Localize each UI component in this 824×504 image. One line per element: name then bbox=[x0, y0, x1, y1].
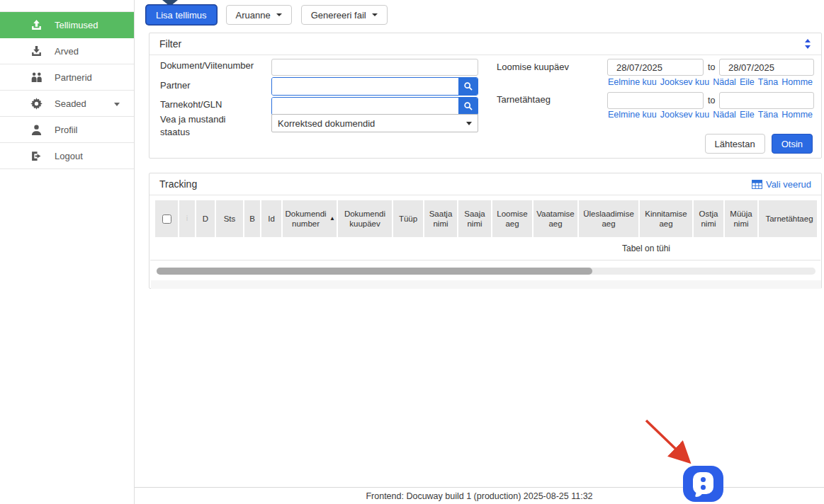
table-empty-text: Tabel on tühi bbox=[604, 244, 689, 253]
column-header-select-all[interactable] bbox=[155, 200, 178, 237]
quick-link-eile[interactable]: Eile bbox=[740, 77, 755, 87]
chat-widget-button[interactable] bbox=[683, 466, 723, 502]
created-date-to-word: to bbox=[708, 62, 715, 72]
chevron-down-icon bbox=[372, 13, 378, 16]
quick-link-eelmine-kuu[interactable]: Eelmine kuu bbox=[608, 110, 657, 120]
quick-link-jooksev-kuu[interactable]: Jooksev kuu bbox=[660, 110, 709, 120]
lisa-tellimus-button[interactable]: Lisa tellimus bbox=[146, 5, 217, 25]
column-header-ostja-nimi[interactable]: Ostja nimi bbox=[694, 200, 723, 237]
search-icon bbox=[463, 101, 473, 111]
document-number-label: Dokument/Viitenumber bbox=[160, 60, 254, 71]
partner-input[interactable] bbox=[272, 78, 458, 95]
column-header-id[interactable]: Id bbox=[261, 200, 281, 237]
column-header-loomise-aeg[interactable]: Loomise aeg bbox=[492, 200, 532, 237]
quick-link-täna[interactable]: Täna bbox=[758, 77, 779, 87]
column-header-info[interactable]: i bbox=[179, 200, 195, 237]
table-grid-icon bbox=[752, 180, 762, 189]
sidebar-item-logout[interactable]: Logout bbox=[0, 143, 134, 169]
tracking-panel: Tracking Vali veerud iDStsBIdDokumendi n… bbox=[149, 173, 822, 289]
column-header-b[interactable]: B bbox=[244, 200, 260, 237]
partner-search-button[interactable] bbox=[458, 78, 478, 95]
filter-header: Filter bbox=[149, 33, 821, 55]
column-header-dokumendi-kuupäev[interactable]: Dokumendi kuupäev bbox=[338, 200, 392, 237]
status-select-value: Korrektsed dokumendid bbox=[278, 118, 375, 129]
reset-button[interactable]: Lähtestan bbox=[705, 134, 765, 154]
select-all-checkbox[interactable] bbox=[162, 214, 171, 224]
user-icon bbox=[30, 124, 43, 136]
delivery-gln-input-group bbox=[271, 97, 478, 115]
column-header-tarnetähtaeg[interactable]: Tarnetähtaeg bbox=[759, 200, 817, 237]
chevron-down-icon bbox=[276, 13, 282, 16]
filter-panel: Filter Dokument/Viitenumber Partner Tarn… bbox=[149, 33, 822, 159]
sidebar-item-arved[interactable]: Arved bbox=[0, 38, 134, 64]
created-date-label: Loomise kuupäev bbox=[497, 62, 569, 72]
quick-link-eile[interactable]: Eile bbox=[740, 110, 755, 120]
logout-icon bbox=[30, 150, 43, 162]
quick-link-jooksev-kuu[interactable]: Jooksev kuu bbox=[660, 77, 709, 87]
quick-link-täna[interactable]: Täna bbox=[758, 110, 779, 120]
delivery-gln-search-button[interactable] bbox=[458, 98, 478, 115]
column-header-müüja-nimi[interactable]: Müüja nimi bbox=[725, 200, 757, 237]
sidebar-item-label: Seaded bbox=[55, 98, 86, 109]
sidebar-item-tellimused[interactable]: Tellimused bbox=[0, 12, 134, 38]
document-number-input[interactable] bbox=[271, 59, 478, 76]
due-date-quick-links: Eelmine kuuJooksev kuuNädalEileTänaHomme bbox=[604, 110, 813, 120]
status-select[interactable]: Korrektsed dokumendid bbox=[271, 114, 478, 132]
choose-columns-link[interactable]: Vali veerud bbox=[752, 179, 811, 190]
sidebar-menu: TellimusedArvedPartneridSeadedProfiilLog… bbox=[0, 11, 134, 169]
partner-input-group bbox=[271, 77, 478, 96]
sidebar-item-label: Arved bbox=[55, 46, 79, 57]
quick-link-nädal[interactable]: Nädal bbox=[713, 77, 736, 87]
created-date-from-input[interactable] bbox=[607, 59, 704, 76]
sidebar-item-label: Profiil bbox=[55, 125, 78, 135]
search-icon bbox=[463, 81, 473, 91]
column-header-d[interactable]: D bbox=[196, 200, 215, 237]
column-header-üleslaadimise-aeg[interactable]: Üleslaadimise aeg bbox=[579, 200, 638, 237]
sidebar-item-seaded[interactable]: Seaded bbox=[0, 91, 134, 117]
aruanne-button[interactable]: Aruanne bbox=[226, 5, 292, 25]
column-header-dokumendi-number[interactable]: Dokumendi number▲ bbox=[283, 200, 337, 237]
tracking-header: Tracking Vali veerud bbox=[149, 173, 821, 195]
quick-link-homme[interactable]: Homme bbox=[781, 110, 813, 120]
due-date-to-word: to bbox=[708, 96, 715, 105]
column-header-vaatamise-aeg[interactable]: Vaatamise aeg bbox=[534, 200, 577, 237]
column-header-saatja-nimi[interactable]: Saatja nimi bbox=[424, 200, 457, 237]
toolbar: Lisa tellimusAruanneGenereeri fail bbox=[146, 5, 388, 25]
partner-label: Partner bbox=[160, 80, 191, 91]
genereeri-fail-button[interactable]: Genereeri fail bbox=[301, 5, 388, 25]
delivery-gln-input[interactable] bbox=[272, 98, 458, 115]
filter-actions: Lähtestan Otsin bbox=[705, 134, 813, 154]
scrollbar-thumb[interactable] bbox=[157, 268, 592, 275]
created-date-to-input[interactable] bbox=[719, 59, 814, 76]
column-header-sts[interactable]: Sts bbox=[216, 200, 243, 237]
search-button[interactable]: Otsin bbox=[772, 134, 813, 154]
sidebar-item-profiil[interactable]: Profiil bbox=[0, 117, 134, 143]
table-empty-row: Tabel on tühi bbox=[150, 237, 820, 260]
sidebar-item-label: Partnerid bbox=[55, 72, 92, 83]
column-header-kinnitamise-aeg[interactable]: Kinnitamise aeg bbox=[640, 200, 692, 237]
quick-link-nädal[interactable]: Nädal bbox=[713, 110, 736, 120]
chevron-down-icon bbox=[114, 103, 120, 106]
tracking-title: Tracking bbox=[159, 178, 197, 190]
collapse-filter-icon[interactable] bbox=[804, 39, 811, 49]
sidebar: TellimusedArvedPartneridSeadedProfiilLog… bbox=[0, 0, 135, 504]
due-date-from-input[interactable] bbox=[607, 92, 704, 109]
status-label: Vea ja mustandi staatus bbox=[160, 113, 249, 138]
delivery-gln-label: Tarnekoht/GLN bbox=[160, 99, 222, 110]
due-date-label: Tarnetähtaeg bbox=[497, 94, 551, 105]
due-date-to-input[interactable] bbox=[719, 92, 814, 109]
table-header-row: iDStsBIdDokumendi number▲Dokumendi kuupä… bbox=[155, 200, 817, 237]
column-header-saaja-nimi[interactable]: Saaja nimi bbox=[458, 200, 491, 237]
quick-link-homme[interactable]: Homme bbox=[781, 77, 813, 87]
table-footer-band bbox=[151, 280, 821, 289]
table-header-clip: iDStsBIdDokumendi number▲Dokumendi kuupä… bbox=[155, 200, 817, 237]
red-annotation-arrow bbox=[636, 413, 701, 473]
sort-asc-icon: ▲ bbox=[329, 215, 335, 222]
gear-icon bbox=[30, 98, 43, 110]
quick-link-eelmine-kuu[interactable]: Eelmine kuu bbox=[608, 77, 657, 87]
horizontal-scrollbar[interactable] bbox=[157, 268, 815, 275]
chevron-down-icon bbox=[466, 122, 472, 125]
column-header-tüüp[interactable]: Tüüp bbox=[393, 200, 423, 237]
sidebar-item-partnerid[interactable]: Partnerid bbox=[0, 64, 134, 91]
created-date-quick-links: Eelmine kuuJooksev kuuNädalEileTänaHomme bbox=[604, 77, 813, 87]
